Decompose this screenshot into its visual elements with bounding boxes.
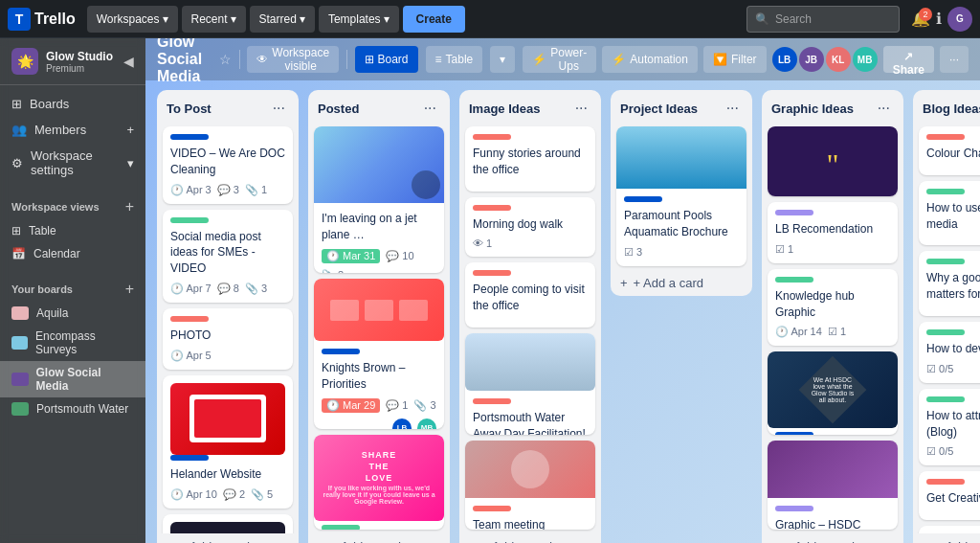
sidebar-item-settings[interactable]: ⚙ Workspace settings ▾ bbox=[0, 143, 145, 183]
card-knights-brown[interactable]: Knights Brown – Priorities 🕐 Mar 29 💬 1 … bbox=[314, 279, 444, 429]
search-input[interactable] bbox=[775, 12, 890, 26]
card-watches: 👁 1 bbox=[473, 238, 492, 249]
add-card-to-post[interactable]: + + Add a card bbox=[157, 533, 299, 543]
card-hsdc-testimonial[interactable]: Graphic – HSDC testimonial bbox=[768, 441, 898, 530]
list-graphic-ideas: Graphic Ideas ··· " LB Recomendation ☑ bbox=[762, 90, 903, 543]
add-view-button[interactable]: + bbox=[125, 198, 134, 215]
list-menu-image-ideas[interactable]: ··· bbox=[571, 98, 591, 119]
member-avatar-2[interactable]: JB bbox=[799, 47, 824, 72]
sidebar-board-portsmouth[interactable]: Portsmouth Water bbox=[0, 397, 145, 420]
collapse-sidebar-button[interactable]: ◀ bbox=[123, 54, 134, 69]
card-photo[interactable]: PHOTO 🕐 Apr 5 bbox=[163, 308, 293, 370]
starred-button[interactable]: Starred ▾ bbox=[250, 6, 315, 33]
board-header-right: ⚡ Power-Ups ⚡ Automation 🔽 Filter LB JB … bbox=[523, 46, 969, 73]
workspaces-button[interactable]: Workspaces ▾ bbox=[87, 6, 178, 33]
card-good-brief[interactable]: Why a good brief matters for creatives bbox=[919, 251, 980, 316]
more-options-button[interactable]: ··· bbox=[940, 46, 969, 73]
card-label bbox=[624, 196, 662, 202]
card-people-visiting[interactable]: People coming to visit the office bbox=[465, 262, 595, 328]
add-card-graphic-ideas[interactable]: + + Add a card bbox=[762, 533, 903, 543]
card-knowledge-hub[interactable]: Knowledge hub Graphic 🕐 Apr 14 ☑ 1 bbox=[768, 269, 898, 347]
card-funny-stories[interactable]: Funny stories around the office bbox=[465, 126, 595, 192]
trello-icon: T bbox=[8, 8, 31, 31]
card-guide-brand[interactable]: A guide to building a brilliant brand 📷 bbox=[163, 514, 293, 533]
sidebar-view-calendar[interactable]: 📅 Calendar bbox=[0, 242, 145, 265]
card-colour-chaos[interactable]: Colour Chaos bbox=[919, 126, 980, 175]
info-icon[interactable]: ℹ bbox=[936, 10, 942, 28]
add-card-project-ideas[interactable]: + + Add a card bbox=[611, 270, 752, 296]
search-bar[interactable]: 🔍 bbox=[746, 6, 900, 33]
card-morning-dog[interactable]: Morning dog walk 👁 1 bbox=[465, 197, 595, 258]
table-view-button[interactable]: ≡ Table bbox=[426, 46, 483, 73]
card-share-love[interactable]: SHARE THE LOVE If you like working with … bbox=[314, 435, 444, 530]
table-icon: ⊞ bbox=[11, 224, 21, 238]
sidebar-board-aquila[interactable]: Aquila bbox=[0, 302, 145, 325]
list-cards-image-ideas: Funny stories around the office Morning … bbox=[459, 123, 601, 533]
automation-button[interactable]: ⚡ Automation bbox=[602, 46, 698, 73]
card-quote[interactable]: " bbox=[768, 126, 898, 196]
card-social-media-smes[interactable]: Social media post ideas for SMEs - VIDEO… bbox=[163, 210, 293, 303]
card-team-meeting[interactable]: Team meeting 👁 1 bbox=[465, 441, 595, 530]
card-comments: 💬 1 bbox=[386, 399, 408, 412]
user-avatar[interactable]: G bbox=[947, 7, 972, 32]
card-title: Knights Brown – Priorities bbox=[322, 360, 436, 393]
list-cards-posted: I'm leaving on a jet plane … 🕐 Mar 31 💬 … bbox=[308, 123, 450, 533]
card-get-creative[interactable]: Get Creative, bbox=[919, 471, 980, 520]
recent-button[interactable]: Recent ▾ bbox=[182, 6, 246, 33]
add-card-posted[interactable]: + + Add a card bbox=[308, 533, 450, 543]
create-button[interactable]: Create bbox=[403, 6, 465, 33]
workspace-info: Glow Studio Premium bbox=[46, 50, 116, 74]
card-title: Get Creative, bbox=[926, 490, 980, 507]
star-button[interactable]: ☆ bbox=[219, 52, 232, 67]
card-attachments: 📎 3 bbox=[245, 283, 267, 295]
workspace-icon: 🌟 bbox=[11, 48, 38, 75]
list-menu-to-post[interactable]: ··· bbox=[269, 98, 289, 119]
workspace-name: Glow Studio bbox=[46, 50, 116, 63]
board-view-button[interactable]: ⊞ Board bbox=[355, 46, 418, 73]
card-label bbox=[322, 349, 360, 354]
visibility-button[interactable]: 👁 Workspace visible bbox=[247, 46, 339, 73]
card-comments: 💬 8 bbox=[217, 283, 239, 295]
card-helander[interactable]: Helander Website 🕐 Apr 10 💬 2 📎 5 bbox=[163, 375, 293, 509]
card-paramount-pools[interactable]: Paramount Pools Aquamatic Brochure ☑ 3 bbox=[616, 126, 746, 266]
sidebar-view-table[interactable]: ⊞ Table bbox=[0, 219, 145, 242]
member-avatar-3[interactable]: KL bbox=[826, 47, 851, 72]
board-members: LB JB KL MB bbox=[772, 47, 878, 72]
board-color-glow bbox=[11, 373, 29, 386]
templates-button[interactable]: Templates ▾ bbox=[319, 6, 399, 33]
add-card-image-ideas[interactable]: + + Add a card bbox=[459, 533, 601, 543]
member-avatar-mb[interactable]: MB bbox=[853, 47, 878, 72]
member-avatar-lb[interactable]: LB bbox=[772, 47, 797, 72]
card-metaverse[interactable]: The metaverse bbox=[919, 526, 980, 533]
powerups-button[interactable]: ⚡ Power-Ups bbox=[523, 46, 596, 73]
card-title: How to develop (Blog) bbox=[926, 341, 980, 357]
sidebar-board-glow[interactable]: Glow Social Media bbox=[0, 361, 145, 397]
card-video-doc[interactable]: VIDEO – We Are DOC Cleaning 🕐 Apr 3 💬 3 … bbox=[163, 126, 293, 204]
card-trello-media[interactable]: How to use Trello media bbox=[919, 181, 980, 246]
sidebar-board-encompass[interactable]: Encompass Surveys bbox=[0, 325, 145, 361]
card-due-date: 🕐 Mar 31 bbox=[322, 249, 380, 263]
card-title: How to attract talent (Blog) bbox=[926, 408, 980, 441]
card-portsmouth-away-day[interactable]: Portsmouth Water Away Day Facilitation! … bbox=[465, 333, 595, 435]
card-develop-blog[interactable]: How to develop (Blog) ☑ 0/5 bbox=[919, 322, 980, 383]
card-jet-plane[interactable]: I'm leaving on a jet plane … 🕐 Mar 31 💬 … bbox=[314, 126, 444, 273]
sidebar-item-boards[interactable]: ⊞ Boards bbox=[0, 91, 145, 117]
more-views-button[interactable]: ▾ bbox=[490, 46, 515, 73]
sidebar-item-members[interactable]: 👥 Members + bbox=[0, 117, 145, 143]
board-title: Glow Social Media bbox=[157, 38, 212, 85]
list-menu-graphic-ideas[interactable]: ··· bbox=[874, 98, 894, 119]
add-board-button[interactable]: + bbox=[125, 281, 134, 298]
card-label bbox=[926, 134, 965, 140]
card-image-share-love: SHARE THE LOVE If you like working with … bbox=[314, 435, 444, 521]
card-lb-recommendation[interactable]: LB Recomendation ☑ 1 bbox=[768, 202, 898, 263]
card-image-pool bbox=[616, 126, 746, 189]
filter-button[interactable]: 🔽 Filter bbox=[703, 46, 767, 73]
notification-bell[interactable]: 🔔 2 bbox=[911, 10, 930, 28]
card-title: Funny stories around the office bbox=[473, 146, 588, 178]
list-menu-posted[interactable]: ··· bbox=[420, 98, 440, 119]
list-menu-project-ideas[interactable]: ··· bbox=[723, 98, 743, 119]
card-attract-talent[interactable]: How to attract talent (Blog) ☑ 0/5 bbox=[919, 389, 980, 466]
card-hsdc[interactable]: We At HSDC love what the Glow Studio is … bbox=[768, 351, 898, 434]
add-card-blog-ideas[interactable]: + + Add a card bbox=[913, 533, 980, 543]
share-button[interactable]: ↗ Share bbox=[883, 46, 934, 73]
